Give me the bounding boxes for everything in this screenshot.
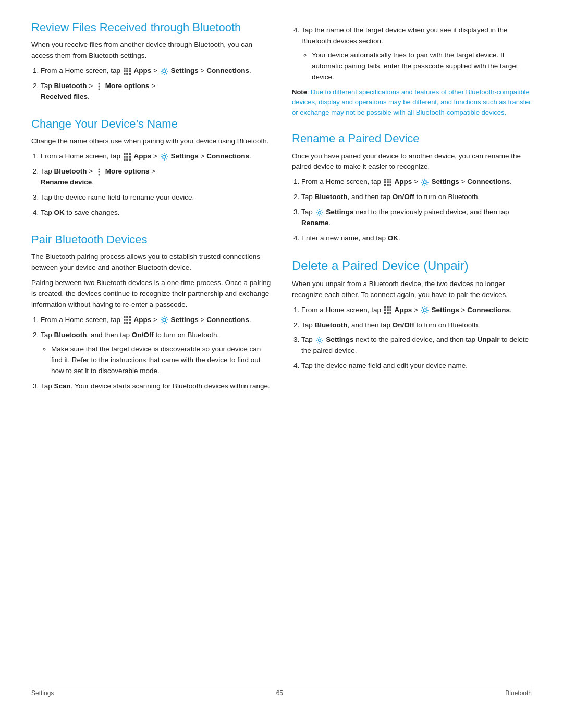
pair-devices-intro-2: Pairing between two Bluetooth devices is…	[31, 278, 271, 311]
review-files-step-2: Tap Bluetooth > More options >Received f…	[41, 81, 271, 103]
section-delete-paired-title: Delete a Paired Device (Unpair)	[292, 258, 532, 274]
section-pair-continued: Tap the name of the target device when y…	[292, 25, 532, 117]
svg-point-9	[163, 70, 166, 73]
rename-paired-step-2: Tap Bluetooth, and then tap On/Off to tu…	[301, 192, 532, 203]
settings-icon-4	[421, 178, 429, 187]
settings-label-1: Settings	[170, 67, 198, 75]
review-files-steps: From a Home screen, tap Apps > Settings …	[41, 66, 271, 103]
rename-paired-step-4: Enter a new name, and tap OK.	[301, 233, 532, 244]
svg-rect-6	[124, 73, 126, 75]
svg-point-46	[318, 211, 321, 214]
svg-rect-2	[129, 68, 131, 70]
change-name-step-1: From a Home screen, tap Apps > Settings …	[41, 151, 271, 162]
pair-continued-body: Tap the name of the target device when y…	[292, 25, 532, 117]
svg-rect-43	[387, 184, 389, 186]
svg-rect-40	[387, 181, 389, 183]
page: Review Files Received through Bluetooth …	[0, 0, 563, 728]
svg-rect-53	[384, 312, 386, 314]
apps-label-4: Apps	[395, 178, 412, 186]
delete-paired-step-4: Tap the device name field and edit your …	[301, 361, 532, 372]
gear-icon-2	[315, 336, 324, 344]
svg-point-25	[98, 174, 100, 175]
section-pair-devices-body: The Bluetooth pairing process allows you…	[31, 252, 271, 391]
review-files-intro: When you receive files from another devi…	[31, 40, 271, 61]
gear-icon-1	[315, 208, 324, 217]
svg-rect-55	[389, 312, 391, 314]
svg-rect-42	[384, 184, 386, 186]
svg-rect-36	[384, 179, 386, 181]
section-rename-paired-title: Rename a Paired Device	[292, 132, 532, 145]
footer-page-number: 65	[276, 689, 283, 697]
left-column: Review Files Received through Bluetooth …	[31, 21, 271, 674]
apps-label-2: Apps	[134, 152, 152, 160]
section-review-files-body: When you receive files from another devi…	[31, 40, 271, 103]
delete-paired-step-3: Tap Settings next to the paired device, …	[301, 335, 532, 356]
change-name-step-4: Tap OK to save changes.	[41, 207, 271, 218]
apps-label-5: Apps	[395, 306, 412, 314]
svg-point-56	[423, 309, 426, 312]
svg-rect-8	[129, 73, 131, 75]
settings-icon-2	[160, 153, 168, 161]
settings-label-3: Settings	[170, 316, 198, 324]
pair-devices-step-2: Tap Bluetooth, and then tap On/Off to tu…	[41, 330, 271, 377]
section-review-files-title: Review Files Received through Bluetooth	[31, 21, 271, 34]
section-delete-paired-body: When you unpair from a Bluetooth device,…	[292, 279, 532, 372]
svg-rect-33	[126, 322, 128, 324]
svg-rect-54	[387, 312, 389, 314]
svg-point-22	[163, 155, 166, 158]
apps-icon-1	[123, 67, 131, 76]
apps-label-1: Apps	[134, 67, 152, 75]
svg-rect-3	[124, 70, 126, 72]
svg-point-24	[98, 171, 100, 172]
svg-rect-14	[126, 153, 128, 155]
svg-rect-50	[384, 309, 386, 311]
svg-rect-20	[126, 158, 128, 161]
svg-point-57	[318, 339, 321, 341]
pair-devices-steps: From a Home screen, tap Apps > Settings …	[41, 315, 271, 392]
svg-rect-29	[124, 319, 126, 322]
review-files-step-1: From a Home screen, tap Apps > Settings …	[41, 66, 271, 77]
svg-rect-7	[126, 73, 128, 75]
change-name-step-2: Tap Bluetooth > More options >Rename dev…	[41, 166, 271, 188]
section-change-name-title: Change Your Device’s Name	[31, 117, 271, 131]
svg-point-12	[98, 88, 100, 90]
rename-paired-step-1: From a Home screen, tap Apps > Settings …	[301, 177, 532, 188]
svg-rect-51	[387, 309, 389, 311]
svg-rect-16	[124, 156, 126, 158]
svg-rect-41	[389, 181, 391, 183]
apps-icon-2	[123, 153, 131, 161]
apps-icon-5	[384, 306, 392, 314]
settings-label-5: Settings	[431, 306, 459, 314]
delete-paired-steps: From a Home screen, tap Apps > Settings …	[301, 305, 532, 372]
pair-devices-step-3: Tap Scan. Your device starts scanning fo…	[41, 381, 271, 392]
settings-icon-5	[421, 306, 429, 314]
svg-rect-13	[124, 153, 126, 155]
pair-step-4: Tap the name of the target device when y…	[301, 25, 532, 83]
svg-rect-34	[129, 322, 131, 324]
svg-point-23	[98, 168, 100, 170]
footer: Settings 65 Bluetooth	[31, 685, 532, 697]
svg-rect-1	[126, 68, 128, 70]
section-change-name-body: Change the name others use when pairing …	[31, 136, 271, 218]
apps-label-3: Apps	[134, 316, 152, 324]
pair-devices-intro-1: The Bluetooth pairing process allows you…	[31, 252, 271, 274]
svg-rect-5	[129, 70, 131, 72]
svg-rect-37	[387, 179, 389, 181]
svg-rect-28	[129, 316, 131, 318]
pair-devices-sub-1: Make sure that the target device is disc…	[51, 344, 271, 377]
svg-rect-31	[129, 319, 131, 322]
svg-point-11	[98, 85, 100, 87]
settings-icon-1	[160, 67, 168, 76]
more-options-icon-1	[95, 82, 103, 91]
section-rename-paired-body: Once you have paired your device to anot…	[292, 151, 532, 244]
svg-rect-47	[384, 306, 386, 309]
footer-right: Bluetooth	[505, 689, 532, 697]
footer-left: Settings	[31, 689, 54, 697]
svg-rect-30	[126, 319, 128, 322]
right-column: Tap the name of the target device when y…	[292, 21, 532, 674]
apps-icon-4	[384, 178, 392, 187]
svg-point-45	[423, 181, 426, 184]
svg-rect-17	[126, 156, 128, 158]
delete-paired-step-1: From a Home screen, tap Apps > Settings …	[301, 305, 532, 316]
svg-rect-32	[124, 322, 126, 324]
